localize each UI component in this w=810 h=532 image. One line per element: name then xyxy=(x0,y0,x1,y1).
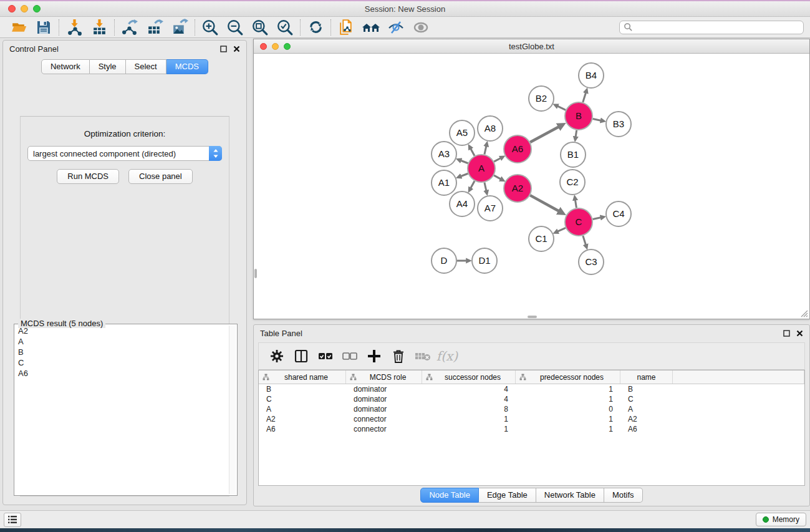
node-A6[interactable]: A6 xyxy=(504,135,531,163)
zoom-selected-button[interactable] xyxy=(272,18,297,37)
node-A4[interactable]: A4 xyxy=(450,191,475,216)
tab-mcds[interactable]: MCDS xyxy=(166,59,208,74)
node-C1[interactable]: C1 xyxy=(529,226,554,251)
edge-B-B4[interactable] xyxy=(583,93,586,102)
node-A3[interactable]: A3 xyxy=(432,142,456,167)
mcds-list-scrollbar[interactable] xyxy=(229,326,236,494)
table-row[interactable]: Adominator80A xyxy=(259,404,804,414)
node-A2[interactable]: A2 xyxy=(504,175,531,202)
refresh-button[interactable] xyxy=(303,18,328,37)
float-panel-icon[interactable] xyxy=(220,46,227,52)
delete-rows-button[interactable] xyxy=(389,346,408,366)
tab-edge-table[interactable]: Edge Table xyxy=(479,488,536,503)
mcds-result-item[interactable]: A xyxy=(16,336,228,347)
horizontal-scrollbar-thumb[interactable] xyxy=(528,316,537,318)
node-A1[interactable]: A1 xyxy=(432,170,456,195)
edge-A-A1[interactable] xyxy=(461,173,468,176)
tab-select[interactable]: Select xyxy=(126,59,166,74)
import-table-button[interactable] xyxy=(87,18,112,37)
open-file-button[interactable] xyxy=(6,18,31,37)
node-C[interactable]: C xyxy=(565,208,592,236)
node-B[interactable]: B xyxy=(565,102,592,130)
network-window-titlebar[interactable]: testGlobe.txt xyxy=(254,39,809,54)
search-input[interactable] xyxy=(633,23,799,32)
column-header-MCDS-role[interactable]: MCDS role xyxy=(346,370,422,384)
node-C2[interactable]: C2 xyxy=(560,170,585,195)
edge-C-C3[interactable] xyxy=(583,236,586,244)
memory-button[interactable]: Memory xyxy=(756,513,806,526)
tab-style[interactable]: Style xyxy=(90,59,126,74)
node-A[interactable]: A xyxy=(468,155,495,182)
close-panel-button[interactable]: Close panel xyxy=(128,169,193,184)
edge-A-A2[interactable] xyxy=(494,175,500,179)
network-canvas[interactable]: AA1A2A3A4A5A6A7A8BB1B2B3B4CC1C2C3C4DD1 xyxy=(254,54,809,318)
zoom-fit-button[interactable] xyxy=(248,18,272,37)
tab-network-table[interactable]: Network Table xyxy=(536,488,604,503)
close-panel-icon[interactable] xyxy=(233,46,240,52)
table-row[interactable]: A6connector11A6 xyxy=(259,424,804,434)
criterion-dropdown[interactable]: largest connected component (directed) xyxy=(27,146,222,161)
select-all-button[interactable] xyxy=(316,346,335,366)
table-row[interactable]: A2connector11A2 xyxy=(259,414,804,424)
search-field[interactable] xyxy=(619,21,804,34)
node-A5[interactable]: A5 xyxy=(450,120,475,145)
edge-A-A6[interactable] xyxy=(494,158,500,162)
node-table[interactable]: shared nameMCDS rolesuccessor nodesprede… xyxy=(258,370,805,486)
node-C4[interactable]: C4 xyxy=(606,201,631,226)
node-B3[interactable]: B3 xyxy=(606,112,631,137)
float-panel-icon[interactable] xyxy=(783,330,790,337)
hide-selected-button[interactable] xyxy=(383,18,408,37)
edge-B-B2[interactable] xyxy=(558,106,566,110)
mcds-result-item[interactable]: B xyxy=(16,347,228,357)
mcds-result-item[interactable]: A2 xyxy=(16,326,228,336)
resize-grip-icon[interactable] xyxy=(799,309,808,317)
edge-C-C4[interactable] xyxy=(593,218,601,220)
vertical-scrollbar-thumb[interactable] xyxy=(254,269,257,278)
mcds-result-list[interactable]: A2ABCA6 xyxy=(16,326,228,494)
deselect-all-button[interactable] xyxy=(340,346,359,366)
edge-B-B1[interactable] xyxy=(576,130,576,137)
column-header-predecessor-nodes[interactable]: predecessor nodes xyxy=(516,370,620,384)
run-mcds-button[interactable]: Run MCDS xyxy=(57,169,119,184)
edge-C-C1[interactable] xyxy=(558,228,566,231)
import-network-button[interactable] xyxy=(62,18,87,37)
node-B2[interactable]: B2 xyxy=(529,86,554,111)
edge-C-C2[interactable] xyxy=(576,200,577,208)
export-table-button[interactable] xyxy=(142,18,167,37)
close-panel-icon[interactable] xyxy=(796,330,803,337)
node-D1[interactable]: D1 xyxy=(472,248,497,273)
table-row[interactable]: Bdominator41B xyxy=(259,384,804,394)
first-neighbors-button[interactable] xyxy=(359,18,383,37)
network-graph[interactable]: AA1A2A3A4A5A6A7A8BB1B2B3B4CC1C2C3C4DD1 xyxy=(254,54,809,318)
show-columns-button[interactable] xyxy=(292,346,311,366)
column-header-name[interactable]: name xyxy=(620,370,673,384)
tab-node-table[interactable]: Node Table xyxy=(420,488,479,503)
export-network-button[interactable] xyxy=(117,18,142,37)
save-session-button[interactable] xyxy=(31,18,56,37)
node-C3[interactable]: C3 xyxy=(579,249,604,274)
node-B4[interactable]: B4 xyxy=(579,63,604,88)
tab-network[interactable]: Network xyxy=(41,59,90,74)
edge-A-A8[interactable] xyxy=(485,147,486,155)
edge-A-A5[interactable] xyxy=(471,149,475,156)
tab-motifs[interactable]: Motifs xyxy=(604,488,643,503)
export-image-button[interactable] xyxy=(167,18,192,37)
column-header-successor-nodes[interactable]: successor nodes xyxy=(422,370,516,384)
edge-A2-C[interactable] xyxy=(530,195,559,211)
edge-A-A7[interactable] xyxy=(485,182,486,190)
mcds-result-item[interactable]: C xyxy=(16,357,228,368)
edge-A-A3[interactable] xyxy=(461,160,468,163)
zoom-in-button[interactable] xyxy=(198,18,223,37)
zoom-out-button[interactable] xyxy=(223,18,248,37)
table-row[interactable]: Cdominator41C xyxy=(259,394,804,404)
delete-column-button[interactable] xyxy=(413,346,432,366)
function-builder-button[interactable]: f(x) xyxy=(438,346,456,366)
node-A8[interactable]: A8 xyxy=(478,116,503,141)
edge-A-A4[interactable] xyxy=(471,181,475,188)
edge-A6-B[interactable] xyxy=(530,127,558,142)
mcds-result-item[interactable]: A6 xyxy=(16,368,228,379)
add-column-button[interactable] xyxy=(365,346,383,366)
node-D[interactable]: D xyxy=(432,248,456,273)
show-all-button[interactable] xyxy=(408,18,433,37)
new-network-from-selection-button[interactable] xyxy=(334,18,359,37)
